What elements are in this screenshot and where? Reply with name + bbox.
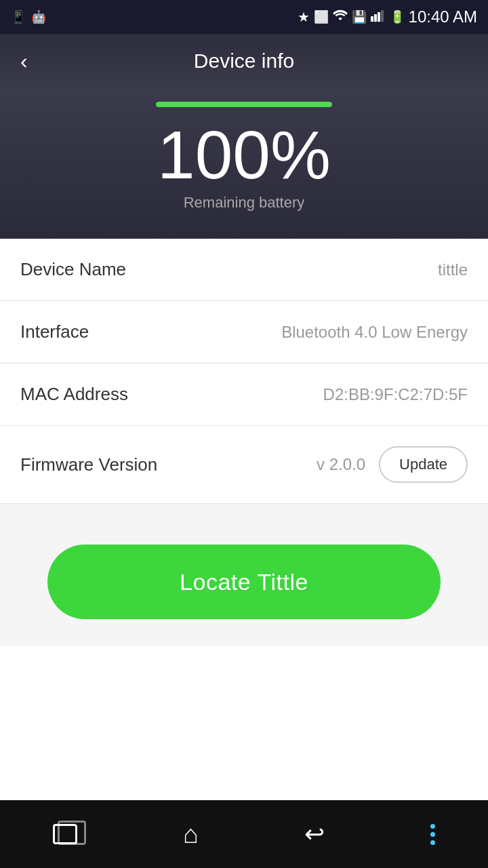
recent-apps-icon (53, 824, 77, 844)
firmware-version-label: Firmware Version (20, 454, 157, 475)
device-name-label: Device Name (20, 259, 126, 280)
battery-status-icon: 🔋 (390, 9, 405, 24)
battery-label: Remaining battery (184, 194, 305, 212)
svg-rect-3 (381, 10, 384, 22)
device-name-value: tittle (438, 260, 468, 279)
back-button[interactable]: ‹ (14, 42, 35, 81)
dot-icon-2 (430, 832, 435, 837)
page-title: Device info (194, 50, 294, 73)
phone-icon: 📱 (11, 9, 26, 24)
dot-icon-1 (430, 824, 435, 829)
mac-address-row: MAC Address D2:BB:9F:C2:7D:5F (0, 363, 488, 426)
time-display: 10:40 AM (409, 7, 477, 26)
sd-icon: 💾 (352, 9, 367, 24)
firmware-version-controls: v 2.0.0 Update (317, 446, 468, 483)
interface-row: Interface Bluetooth 4.0 Low Energy (0, 301, 488, 363)
locate-button[interactable]: Locate Tittle (47, 545, 441, 619)
interface-value: Bluetooth 4.0 Low Energy (281, 323, 468, 342)
back-nav-button[interactable]: ↩ (294, 810, 335, 859)
mac-address-label: MAC Address (20, 384, 128, 405)
firmware-version-value: v 2.0.0 (317, 455, 365, 474)
battery-bar-fill (156, 102, 332, 107)
header: ‹ Device info (0, 34, 488, 88)
battery-percentage: 100% (157, 121, 331, 189)
update-button[interactable]: Update (379, 446, 468, 483)
status-bar-right: ★ ⬜ 💾 🔋 10:40 AM (298, 7, 477, 26)
wifi-icon (333, 9, 348, 25)
nav-bar: ⌂ ↩ (0, 800, 488, 868)
home-button[interactable]: ⌂ (173, 810, 209, 859)
mac-address-value: D2:BB:9F:C2:7D:5F (323, 385, 468, 404)
bluetooth-icon: ★ (298, 9, 310, 25)
signal-icon (371, 9, 386, 25)
svg-rect-2 (378, 12, 380, 22)
svg-rect-0 (371, 16, 373, 22)
recent-apps-button[interactable] (43, 814, 87, 854)
info-list: Device Name tittle Interface Bluetooth 4… (0, 239, 488, 504)
dot-icon-3 (430, 840, 435, 845)
back-nav-icon: ↩ (304, 820, 325, 848)
status-bar: 📱 🤖 ★ ⬜ 💾 🔋 10:40 AM (0, 0, 488, 34)
device-name-row: Device Name tittle (0, 239, 488, 301)
status-bar-left: 📱 🤖 (11, 9, 46, 24)
more-options-button[interactable] (420, 814, 445, 855)
android-icon: 🤖 (31, 9, 46, 24)
vibrate-icon: ⬜ (314, 9, 329, 24)
main-content: Locate Tittle (0, 504, 488, 646)
home-icon: ⌂ (183, 820, 199, 848)
battery-section: 100% Remaining battery (0, 88, 488, 239)
battery-bar-container (156, 102, 332, 107)
interface-label: Interface (20, 321, 89, 342)
svg-rect-1 (374, 14, 377, 22)
firmware-version-row: Firmware Version v 2.0.0 Update (0, 426, 488, 504)
